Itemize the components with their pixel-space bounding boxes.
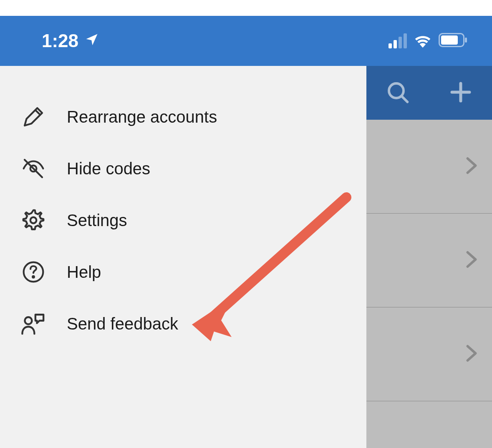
svg-rect-1 — [441, 35, 458, 45]
battery-icon — [439, 33, 468, 49]
svg-line-9 — [25, 160, 42, 177]
gear-icon — [21, 208, 46, 233]
status-bar: 1:28 — [0, 16, 492, 66]
chevron-right-icon — [466, 345, 477, 364]
wifi-icon — [414, 32, 432, 50]
menu-item-label: Send feedback — [67, 315, 178, 333]
menu-item-label: Hide codes — [67, 159, 150, 178]
top-gap — [0, 0, 366, 16]
svg-rect-2 — [465, 38, 467, 43]
list-item[interactable] — [366, 401, 492, 448]
list-item[interactable] — [366, 120, 492, 214]
menu-item-hide-codes[interactable]: Hide codes — [0, 143, 366, 194]
search-icon[interactable] — [386, 81, 409, 106]
menu-item-rearrange-accounts[interactable]: Rearrange accounts — [0, 91, 366, 143]
eye-slash-icon — [21, 156, 46, 181]
cellular-signal-icon — [389, 33, 407, 48]
menu-item-help[interactable]: Help — [0, 246, 366, 298]
help-icon — [21, 259, 46, 284]
background-header — [366, 66, 492, 120]
chevron-right-icon — [466, 157, 477, 176]
svg-point-13 — [25, 317, 32, 324]
menu-item-settings[interactable]: Settings — [0, 194, 366, 246]
background-list — [366, 66, 492, 448]
chevron-right-icon — [466, 251, 477, 270]
pencil-icon — [21, 104, 46, 129]
status-time: 1:28 — [42, 30, 78, 51]
svg-line-4 — [402, 96, 408, 102]
list-item[interactable] — [366, 214, 492, 307]
menu-item-send-feedback[interactable]: Send feedback — [0, 298, 366, 350]
menu-item-label: Help — [67, 263, 101, 282]
list-item[interactable] — [366, 307, 492, 401]
svg-point-12 — [33, 276, 34, 278]
menu-item-label: Settings — [67, 211, 127, 230]
location-icon — [84, 30, 99, 51]
svg-point-10 — [30, 217, 37, 224]
menu-item-label: Rearrange accounts — [67, 108, 217, 126]
plus-icon[interactable] — [449, 81, 472, 106]
feedback-icon — [21, 311, 46, 336]
side-menu: Rearrange accounts Hide codes — [0, 66, 366, 448]
